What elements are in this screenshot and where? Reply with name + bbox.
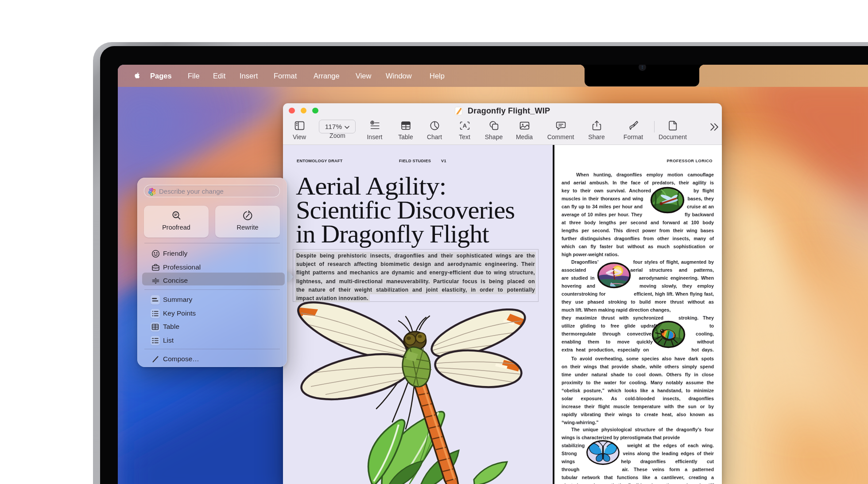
svg-text:A: A <box>462 122 467 129</box>
